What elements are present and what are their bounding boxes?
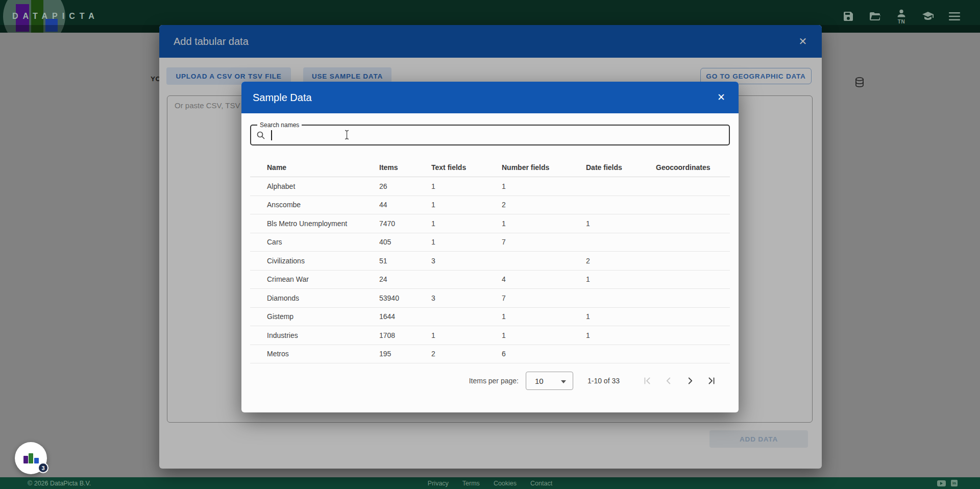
- table-row[interactable]: Gistemp164411: [250, 308, 730, 327]
- table-cell: 1: [431, 219, 502, 228]
- app-root: YO DATAPICTA: [0, 0, 980, 489]
- table-cell: 4: [502, 275, 586, 283]
- notification-badge: 3: [38, 462, 48, 473]
- next-page-button[interactable]: [684, 375, 696, 387]
- column-header: Name: [267, 163, 379, 172]
- paginator: Items per page: 10 1-10 of 33: [250, 366, 730, 395]
- sample-dialog-title: Sample Data: [253, 92, 312, 104]
- table-cell: 405: [379, 238, 431, 246]
- table-cell: 1: [502, 331, 586, 339]
- table-cell: 1708: [379, 331, 431, 339]
- search-input-label: Search names: [257, 121, 302, 129]
- chart-fab-button[interactable]: 3: [15, 442, 47, 474]
- table-cell: 1: [431, 182, 502, 190]
- table-cell: 26: [379, 182, 431, 190]
- table-cell: 7470: [379, 219, 431, 228]
- first-page-button[interactable]: [641, 375, 653, 387]
- sample-dialog-header: Sample Data ✕: [241, 82, 739, 113]
- table-cell: 1: [431, 331, 502, 339]
- table-cell: 1: [586, 275, 656, 283]
- table-cell: 44: [379, 201, 431, 209]
- search-icon: [256, 131, 265, 142]
- previous-page-button[interactable]: [663, 375, 675, 387]
- table-row[interactable]: Diamonds5394037: [250, 289, 730, 308]
- footer: © 2026 DataPicta B.V. PrivacyTermsCookie…: [0, 477, 980, 489]
- table-row[interactable]: Alphabet2611: [250, 177, 730, 196]
- table-cell: 1: [431, 201, 502, 209]
- save-icon[interactable]: [841, 6, 855, 27]
- table-cell: Cars: [267, 238, 379, 246]
- footer-link-contact[interactable]: Contact: [530, 480, 552, 487]
- table-cell: 1644: [379, 312, 431, 321]
- table-cell: Alphabet: [267, 182, 379, 190]
- table-cell: 1: [502, 182, 586, 190]
- menu-icon[interactable]: [947, 6, 962, 27]
- footer-links: PrivacyTermsCookiesContact: [0, 480, 980, 487]
- column-header: Geocoordinates: [656, 163, 724, 172]
- table-cell: 1: [502, 312, 586, 321]
- table-cell: 6: [502, 350, 586, 358]
- table-row[interactable]: Industries1708111: [250, 326, 730, 345]
- table-row[interactable]: Metros19526: [250, 345, 730, 364]
- table-cell: 195: [379, 350, 431, 358]
- table-cell: 1: [502, 219, 586, 228]
- table-row[interactable]: Bls Metro Unemployment7470111: [250, 214, 730, 233]
- linkedin-icon[interactable]: in: [951, 480, 958, 486]
- items-per-page-label: Items per page:: [469, 377, 519, 385]
- mouse-ibeam-cursor: [344, 130, 350, 142]
- column-header: Date fields: [586, 163, 656, 172]
- chevron-down-icon: [561, 380, 566, 383]
- graduation-cap-icon[interactable]: [921, 6, 935, 27]
- footer-link-terms[interactable]: Terms: [462, 480, 480, 487]
- column-header: Items: [379, 163, 431, 172]
- table-cell: Metros: [267, 350, 379, 358]
- column-header: Number fields: [502, 163, 586, 172]
- table-cell: Civilizations: [267, 257, 379, 265]
- table-row[interactable]: Anscombe4412: [250, 196, 730, 215]
- table-cell: 2: [431, 350, 502, 358]
- table-cell: Industries: [267, 331, 379, 339]
- table-cell: 7: [502, 238, 586, 246]
- table-cell: 7: [502, 294, 586, 302]
- search-input[interactable]: Search names: [250, 125, 730, 145]
- table-row[interactable]: Cars40517: [250, 233, 730, 252]
- table-cell: 53940: [379, 294, 431, 302]
- footer-link-cookies[interactable]: Cookies: [494, 480, 517, 487]
- table-cell: Bls Metro Unemployment: [267, 219, 379, 228]
- table-cell: Diamonds: [267, 294, 379, 302]
- column-header: Text fields: [431, 163, 502, 172]
- text-caret: [271, 130, 272, 140]
- sample-data-dialog: Sample Data ✕ Search names NameIte: [241, 82, 739, 412]
- table-cell: 1: [431, 238, 502, 246]
- table-cell: 1: [586, 312, 656, 321]
- sample-table-body: Alphabet2611Anscombe4412Bls Metro Unempl…: [250, 177, 730, 363]
- user-initials: TN: [898, 19, 905, 25]
- table-cell: 3: [431, 294, 502, 302]
- table-cell: Crimean War: [267, 275, 379, 283]
- youtube-icon[interactable]: [937, 480, 946, 486]
- table-cell: 51: [379, 257, 431, 265]
- page-size-value: 10: [535, 377, 544, 385]
- table-cell: 24: [379, 275, 431, 283]
- table-cell: 2: [502, 201, 586, 209]
- table-row[interactable]: Civilizations5132: [250, 252, 730, 271]
- table-cell: 3: [431, 257, 502, 265]
- page-size-select[interactable]: 10: [526, 372, 573, 390]
- bar-chart-icon: [23, 453, 39, 463]
- account-icon[interactable]: TN: [894, 6, 909, 27]
- last-page-button[interactable]: [705, 375, 718, 387]
- table-cell: 1: [586, 331, 656, 339]
- table-cell: Gistemp: [267, 312, 379, 321]
- table-cell: 2: [586, 257, 656, 265]
- table-row[interactable]: Crimean War2441: [250, 271, 730, 289]
- page-range-label: 1-10 of 33: [587, 377, 620, 385]
- table-cell: Anscombe: [267, 201, 379, 209]
- table-cell: 1: [586, 219, 656, 228]
- sample-table-header: NameItemsText fieldsNumber fieldsDate fi…: [250, 158, 730, 177]
- close-icon[interactable]: ✕: [715, 91, 727, 103]
- footer-social: in: [937, 480, 958, 486]
- footer-link-privacy[interactable]: Privacy: [428, 480, 449, 487]
- folder-open-icon[interactable]: [868, 6, 882, 27]
